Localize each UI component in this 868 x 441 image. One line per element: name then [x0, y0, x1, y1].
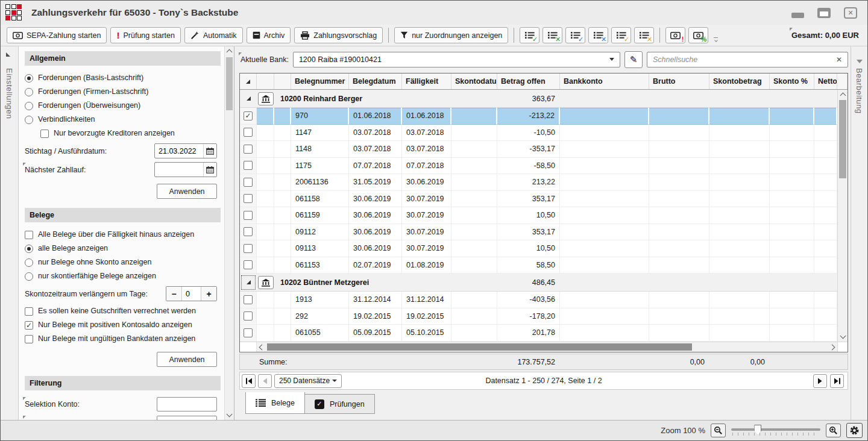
calendar-icon[interactable]: [203, 144, 216, 158]
table-row[interactable]: ✓97001.06.201801.06.2018-213,22: [240, 108, 837, 125]
edit-bank-button[interactable]: ✎: [624, 51, 643, 68]
date-input[interactable]: 21.03.2022: [154, 143, 217, 158]
settings-gear-button[interactable]: [846, 423, 863, 438]
radio-control[interactable]: [25, 272, 33, 281]
row-select-cell[interactable]: ✓: [240, 108, 257, 125]
sidebar-scrollbar-thumb[interactable]: [226, 57, 233, 110]
column-header-empty-2[interactable]: [274, 74, 291, 89]
zuordnen-gruen-haken-button[interactable]: ✓: [520, 27, 539, 43]
row-checkbox[interactable]: [244, 211, 253, 220]
checkbox-option[interactable]: Nur bevorzugte Kreditoren anzeigen: [40, 127, 221, 140]
table-row[interactable]: 06115930.06.201930.07.201910,50: [240, 207, 837, 224]
checkbox-control[interactable]: [25, 335, 33, 343]
horizontal-scrollbar[interactable]: [240, 342, 848, 352]
row-checkbox[interactable]: [244, 260, 253, 269]
last-page-button[interactable]: [830, 374, 844, 388]
table-row[interactable]: 117507.07.201807.07.2018-58,50: [240, 158, 837, 175]
table-row[interactable]: 06105505.09.201505.10.2015201,78: [240, 325, 837, 342]
row-select-cell[interactable]: [240, 240, 257, 257]
close-button[interactable]: ✕: [843, 5, 858, 20]
row-checkbox[interactable]: [244, 227, 253, 236]
row-checkbox[interactable]: [244, 178, 253, 187]
radio-option[interactable]: alle Belege anzeigen: [25, 242, 221, 255]
radio-control[interactable]: [25, 74, 33, 83]
row-checkbox[interactable]: [244, 244, 253, 253]
radio-option[interactable]: Verbindlichkeiten: [25, 113, 221, 127]
row-select-cell[interactable]: [240, 141, 257, 158]
automatik-button[interactable]: Automatik: [184, 27, 243, 43]
scroll-right-icon[interactable]: [828, 342, 837, 352]
row-checkbox[interactable]: [244, 295, 253, 304]
sepa-zahlung-starten-button[interactable]: SEPA-Zahlung starten: [7, 27, 107, 43]
tab-pruefungen[interactable]: ✓ Prüfungen: [305, 394, 375, 414]
row-checkbox[interactable]: [244, 311, 253, 321]
row-checkbox[interactable]: [244, 161, 253, 170]
scroll-left-icon[interactable]: [257, 342, 266, 352]
zuordnen-gruen-x-button[interactable]: ✕: [542, 27, 562, 43]
plus-icon[interactable]: +: [201, 287, 216, 301]
row-select-cell[interactable]: [240, 191, 257, 208]
date-input[interactable]: [154, 162, 217, 177]
table-row[interactable]: 0911330.06.201930.07.201910,50: [240, 240, 837, 257]
row-select-cell[interactable]: [240, 125, 257, 142]
row-select-cell[interactable]: [240, 292, 257, 308]
page-size-select[interactable]: 250 Datensätze: [274, 374, 342, 388]
scroll-down-icon[interactable]: [225, 410, 234, 420]
column-header-empty-0[interactable]: [240, 74, 257, 89]
zoom-out-button[interactable]: [711, 424, 726, 437]
checkbox-control[interactable]: [25, 231, 33, 239]
checkbox-control[interactable]: [25, 307, 33, 316]
apply-button[interactable]: Anwenden: [157, 352, 217, 367]
zoom-in-button[interactable]: [826, 424, 841, 437]
sidebar-tab-bearbeitung[interactable]: Bearbeitung: [851, 46, 867, 420]
zuordnen-blau-haken-button[interactable]: ✓: [565, 27, 585, 43]
search-input[interactable]: [653, 55, 836, 64]
column-header-betrag-offen[interactable]: Betrag offen: [497, 74, 560, 89]
row-select-cell[interactable]: [240, 158, 257, 175]
pruefung-starten-button[interactable]: !Prüfung starten: [110, 27, 180, 43]
column-header-bankkonto[interactable]: Bankkonto: [560, 74, 649, 89]
row-select-cell[interactable]: [240, 257, 257, 274]
group-expand-cell[interactable]: [240, 274, 257, 291]
text-input[interactable]: [157, 397, 217, 411]
group-expand-cell[interactable]: [240, 90, 257, 107]
row-checkbox[interactable]: [244, 128, 253, 137]
clear-search-icon[interactable]: ✕: [836, 55, 842, 64]
next-page-button[interactable]: [813, 374, 827, 388]
row-select-cell[interactable]: [240, 174, 257, 191]
row-checkbox[interactable]: [244, 328, 253, 337]
bank-icon-button[interactable]: [258, 92, 274, 105]
table-row[interactable]: 06115302.07.201901.08.201958,50: [240, 257, 837, 274]
checkbox-option[interactable]: Es sollen keine Gutschriften verrechnet …: [25, 304, 221, 318]
column-header-brutto[interactable]: Brutto: [649, 74, 709, 89]
zahlungsvorschlag-button[interactable]: Zahlungsvorschlag: [294, 27, 383, 43]
table-row[interactable]: 0911230.06.201930.07.2019353,17: [240, 224, 837, 241]
column-header-belegdatum[interactable]: Belegdatum: [349, 74, 402, 89]
bank-icon-button[interactable]: [258, 276, 274, 289]
table-row[interactable]: 29219.02.201519.02.2015-178,20: [240, 308, 837, 325]
zoom-slider[interactable]: [731, 424, 820, 437]
row-checkbox[interactable]: [244, 145, 253, 154]
column-header-netto[interactable]: Netto: [814, 74, 837, 89]
table-row[interactable]: 06115830.06.201930.07.2019353,17: [240, 191, 837, 208]
apply-button[interactable]: Anwenden: [157, 184, 217, 199]
row-checkbox[interactable]: [244, 194, 253, 203]
radio-control[interactable]: [25, 102, 33, 110]
group-row[interactable]: 10202 Büntner Metzgerei486,45: [240, 274, 837, 292]
table-row[interactable]: 191331.12.201431.12.2014-403,56: [240, 292, 837, 308]
tab-belege[interactable]: Belege: [245, 392, 305, 414]
minimize-button[interactable]: [790, 5, 805, 20]
radio-option[interactable]: nur Belege ohne Skonto anzeigen: [25, 255, 221, 269]
checkbox-option[interactable]: Nur Belege mit ungültigen Bankdaten anze…: [25, 332, 221, 346]
archiv-button[interactable]: Archiv: [247, 27, 291, 43]
nur-zuordnungen-anzeigen-button[interactable]: nur Zuordnungen anzeigen: [394, 27, 508, 43]
radio-control[interactable]: [25, 88, 33, 96]
column-header-skonto-%[interactable]: Skonto %: [770, 74, 814, 89]
radio-control[interactable]: [25, 245, 33, 253]
toolbar-overflow-icon[interactable]: [714, 37, 718, 43]
row-select-cell[interactable]: [240, 325, 257, 342]
zuordnen-orange-haken-button[interactable]: ✓: [611, 27, 631, 43]
scroll-up-icon[interactable]: [225, 46, 234, 56]
vertical-scrollbar[interactable]: [837, 90, 848, 342]
table-row[interactable]: 114803.07.201803.07.2018-353,17: [240, 141, 837, 158]
